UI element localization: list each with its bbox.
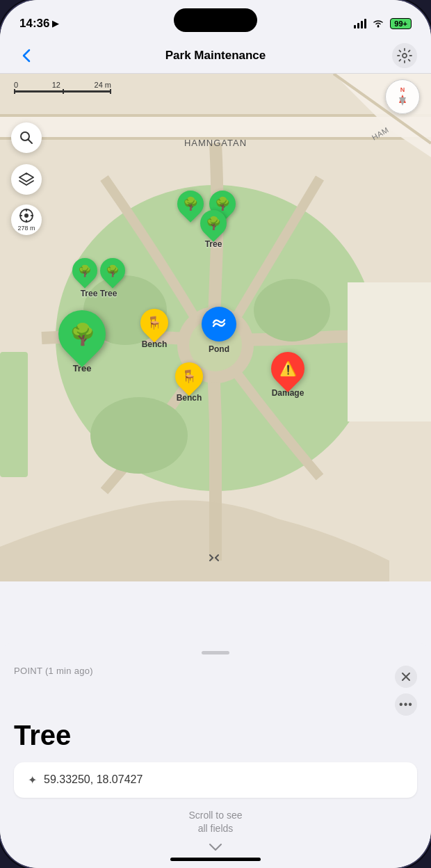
wifi-icon <box>372 18 384 30</box>
settings-button[interactable] <box>392 43 417 68</box>
location-button[interactable]: 278 m <box>11 204 42 235</box>
bench-2-marker[interactable]: 🪑 Bench <box>175 362 203 403</box>
svg-rect-4 <box>0 114 431 117</box>
sheet-subtitle: POINT (1 min ago) <box>14 666 93 676</box>
coordinate-row[interactable]: ✦ 59.33250, 18.07427 <box>14 762 417 798</box>
pond-marker[interactable]: Pond <box>202 307 236 354</box>
tree-group-top[interactable]: 🌳 🌳 🌳 Tree <box>177 191 236 249</box>
tree-large-marker[interactable]: 🌳 Tree <box>58 310 106 373</box>
map-collapse-button[interactable] <box>206 548 225 570</box>
coord-pin-icon: ✦ <box>28 773 37 787</box>
close-button[interactable] <box>395 666 417 688</box>
signal-bar-1 <box>354 25 356 29</box>
scale-24: 24 m <box>95 81 111 89</box>
phone-screen: 14:36 ▶ <box>0 0 431 868</box>
phone-frame: 14:36 ▶ <box>0 0 431 868</box>
pond-label: Pond <box>209 344 229 354</box>
scale-bar: 0 12 24 m <box>14 81 111 93</box>
scale-0: 0 <box>14 81 18 89</box>
scale-line <box>14 90 111 93</box>
compass-n-label: N <box>400 86 405 93</box>
scroll-chevron-icon <box>14 842 417 854</box>
sheet-handle <box>202 651 229 654</box>
svg-point-0 <box>377 25 380 27</box>
svg-point-18 <box>24 214 29 218</box>
signal-bar-4 <box>364 19 366 29</box>
scroll-hint: Scroll to see all fields <box>14 809 417 836</box>
sheet-title: Tree <box>14 720 417 751</box>
bench-1-marker[interactable]: 🪑 Bench <box>140 309 168 349</box>
signal-bar-2 <box>357 23 359 29</box>
sheet-header: POINT (1 min ago) ••• <box>14 666 417 716</box>
svg-rect-14 <box>0 352 28 477</box>
svg-rect-3 <box>0 115 431 140</box>
battery-badge: 99+ <box>390 18 412 29</box>
hamngatan-label: HAMNGATAN <box>184 138 247 148</box>
compass: N <box>385 79 420 114</box>
layers-button[interactable] <box>11 164 42 195</box>
scale-labels: 0 12 24 m <box>14 81 111 89</box>
home-indicator <box>170 858 261 861</box>
nav-bar: Park Maintenance <box>0 38 431 74</box>
svg-rect-15 <box>348 282 431 421</box>
coordinate-value: 59.33250, 18.07427 <box>44 773 143 786</box>
back-button[interactable] <box>14 43 39 68</box>
status-right: 99+ <box>354 18 412 30</box>
scroll-hint-line2: all fields <box>14 822 417 836</box>
battery-level: 99 <box>394 19 402 28</box>
svg-point-1 <box>402 54 407 58</box>
scroll-hint-line1: Scroll to see <box>14 809 417 823</box>
page-title: Park Maintenance <box>165 49 266 63</box>
time-label: 14:36 <box>19 17 49 31</box>
dynamic-island <box>174 8 257 32</box>
status-time: 14:36 ▶ <box>19 17 58 31</box>
sheet-action-buttons: ••• <box>395 666 417 716</box>
sheet-content-left: POINT (1 min ago) <box>14 666 93 676</box>
signal-bar-3 <box>361 21 363 29</box>
tree-tree-label: Tree Tree <box>81 289 117 298</box>
svg-point-13 <box>254 279 330 341</box>
location-distance: 278 m <box>17 225 35 232</box>
svg-point-12 <box>90 397 188 474</box>
bottom-sheet: POINT (1 min ago) ••• Tree ✦ 59.33250, <box>0 643 431 868</box>
scale-12: 12 <box>52 81 60 89</box>
location-arrow-icon: ▶ <box>52 19 58 29</box>
tree-group-left[interactable]: 🌳 🌳 Tree Tree <box>72 258 125 298</box>
damage-marker[interactable]: ⚠️ Damage <box>271 352 304 398</box>
search-button[interactable] <box>11 122 42 153</box>
more-button[interactable]: ••• <box>395 693 417 716</box>
map-container[interactable]: 0 12 24 m N HAMNGATAN <box>0 74 431 581</box>
signal-bars <box>354 19 366 29</box>
